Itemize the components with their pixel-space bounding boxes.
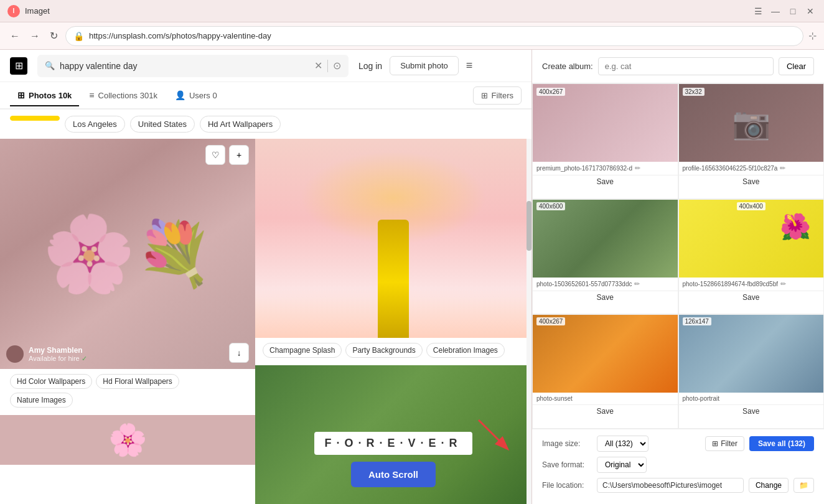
img-size-badge-6: 126x147 xyxy=(683,317,711,325)
titlebar-controls: ☰ — □ ✕ xyxy=(752,5,817,17)
tag-celebration-images[interactable]: Celebration Images xyxy=(426,343,505,358)
champagne-image xyxy=(255,139,531,338)
photo-actions: ♡ + xyxy=(205,145,249,165)
camera-icon[interactable]: ⊙ xyxy=(333,60,341,72)
submit-photo-button[interactable]: Submit photo xyxy=(390,56,459,75)
app-logo: I xyxy=(7,5,20,17)
img-size-badge-1: 400x267 xyxy=(536,88,565,96)
album-img-name-5: photo-sunset xyxy=(536,395,674,402)
tab-collections[interactable]: ≡ Collections 301k xyxy=(82,85,165,106)
filters-icon: ⊞ xyxy=(481,91,488,100)
tab-users-label: Users 0 xyxy=(189,91,217,100)
search-divider xyxy=(327,60,328,72)
auto-scroll-button[interactable]: Auto Scroll xyxy=(351,462,436,487)
author-avatar xyxy=(6,345,24,363)
heart-button[interactable]: ♡ xyxy=(205,145,225,165)
hamburger-menu-icon[interactable]: ≡ xyxy=(466,59,473,72)
img-size-badge-4: 400x400 xyxy=(737,202,765,210)
clear-search-icon[interactable]: ✕ xyxy=(314,60,322,72)
album-image-4: 400x400 🌺 photo-1528661894674-fbd89cd5bf… xyxy=(678,199,825,315)
auth-area: Log in Submit photo ≡ xyxy=(358,56,472,75)
tags-area: Los Angeles United States Hd Art Wallpap… xyxy=(0,110,531,139)
album-image-1: 400x267 premium_photo-1671730786932-d ✏ … xyxy=(532,83,678,199)
album-img-name-3: photo-1503652601-557d07733ddc ✏ xyxy=(536,280,674,288)
tab-users[interactable]: 👤 Users 0 xyxy=(167,85,225,106)
tab-collections-label: Collections 301k xyxy=(98,91,157,100)
author-info: Amy Shamblen Available for hire ✓ xyxy=(29,346,87,363)
flower-heart-image: 💐 xyxy=(0,139,255,369)
save-link-6[interactable]: Save xyxy=(679,404,824,418)
verified-icon: ✓ xyxy=(82,355,87,363)
tag-champagne-splash[interactable]: Champagne Splash xyxy=(263,343,342,358)
save-link-3[interactable]: Save xyxy=(533,291,678,304)
save-link-1[interactable]: Save xyxy=(533,175,678,188)
tag-party-backgrounds[interactable]: Party Backgrounds xyxy=(345,343,422,358)
minimize-button[interactable]: — xyxy=(769,5,782,17)
lock-icon: 🔒 xyxy=(73,31,84,41)
app-title: Imaget xyxy=(25,6,50,16)
save-link-5[interactable]: Save xyxy=(533,404,678,418)
scrollbar-thumb[interactable] xyxy=(527,201,531,251)
tag-hd-art-wallpapers[interactable]: Hd Art Wallpapers xyxy=(200,116,281,133)
tag-active[interactable] xyxy=(10,116,60,121)
url-bar[interactable]: 🔒 https://unsplash.com/s/photos/happy-va… xyxy=(65,26,803,46)
back-button[interactable]: ← xyxy=(7,28,22,44)
album-img-name-2: profile-1656336046225-5f10c827a ✏ xyxy=(683,164,820,172)
refresh-button[interactable]: ↻ xyxy=(47,27,60,44)
filters-label: Filters xyxy=(492,91,513,100)
menu-icon[interactable]: ☰ xyxy=(752,5,764,17)
edit-icon-3[interactable]: ✏ xyxy=(634,280,640,288)
tag-hd-color-wallpapers[interactable]: Hd Color Wallpapers xyxy=(10,374,92,389)
edit-icon-2[interactable]: ✏ xyxy=(780,164,785,172)
edit-icon-4[interactable]: ✏ xyxy=(780,280,786,288)
file-location-row: File location: C:\Users\mobeesoft\Pictur… xyxy=(542,478,814,493)
save-all-button[interactable]: Save all (132) xyxy=(749,436,814,451)
close-button[interactable]: ✕ xyxy=(804,5,817,17)
album-img-info-3: photo-1503652601-557d07733ddc ✏ xyxy=(533,278,678,291)
save-link-4[interactable]: Save xyxy=(679,291,824,304)
folder-icon-button[interactable]: 📁 xyxy=(794,478,814,493)
maximize-button[interactable]: □ xyxy=(787,5,799,17)
save-format-select[interactable]: Original JPEG PNG WEBP xyxy=(597,457,647,473)
album-name-input[interactable] xyxy=(598,57,774,75)
tabs-area: ⊞ Photos 10k ≡ Collections 301k 👤 Users … xyxy=(0,82,531,110)
create-album-label: Create album: xyxy=(542,62,593,71)
album-img-name-1: premium_photo-1671730786932-d ✏ xyxy=(536,164,674,172)
colorful-flowers-image: 400x400 🌺 xyxy=(679,200,824,278)
clear-button[interactable]: Clear xyxy=(779,57,814,75)
tab-photos-label: Photos 10k xyxy=(29,91,72,100)
change-button[interactable]: Change xyxy=(749,478,789,493)
add-button[interactable]: + xyxy=(229,145,249,165)
tag-hd-floral-wallpapers[interactable]: Hd Floral Wallpapers xyxy=(96,374,179,389)
photo-author: Amy Shamblen Available for hire ✓ xyxy=(6,345,87,363)
photos-area: 💐 ♡ + Amy Shamblen Available for hire ✓ xyxy=(0,139,531,504)
main-layout: ⊞ 🔍 ✕ ⊙ Log in Submit photo ≡ ⊞ Photos 1… xyxy=(0,50,824,504)
album-img-info-5: photo-sunset xyxy=(533,393,678,404)
filters-button[interactable]: ⊞ Filters xyxy=(473,86,522,105)
edit-icon-1[interactable]: ✏ xyxy=(635,164,640,172)
image-size-select[interactable]: All (132) Small Medium Large xyxy=(597,436,648,452)
download-button[interactable]: ↓ xyxy=(229,343,249,363)
album-img-info-2: profile-1656336046225-5f10c827a ✏ xyxy=(679,162,824,175)
titlebar: I Imaget ☰ — □ ✕ xyxy=(0,0,824,22)
file-location-path: C:\Users\mobeesoft\Pictures\imoget xyxy=(597,478,744,493)
image-size-label: Image size: xyxy=(542,439,592,448)
tag-los-angeles[interactable]: Los Angeles xyxy=(65,116,125,133)
login-button[interactable]: Log in xyxy=(358,61,382,71)
search-area: ⊞ 🔍 ✕ ⊙ Log in Submit photo ≡ xyxy=(0,50,531,82)
forever-text: F·O·R·E·V·E·R xyxy=(314,432,472,455)
tag-nature-images[interactable]: Nature Images xyxy=(10,393,73,408)
save-link-2[interactable]: Save xyxy=(679,175,824,188)
search-box[interactable]: 🔍 ✕ ⊙ xyxy=(37,55,349,77)
img-size-badge-5: 400x267 xyxy=(536,317,565,325)
album-img-name-4: photo-1528661894674-fbd89cd5bf ✏ xyxy=(683,280,820,288)
bookmark-icon[interactable]: ⊹ xyxy=(808,30,817,42)
author-name: Amy Shamblen xyxy=(29,346,87,355)
tag-united-states[interactable]: United States xyxy=(130,116,195,133)
album-image-6: 126x147 photo-portrait Save xyxy=(678,314,825,429)
forward-button[interactable]: → xyxy=(27,28,42,44)
filter-button[interactable]: ⊞ Filter xyxy=(705,436,744,451)
arrow-indicator xyxy=(475,417,513,456)
tab-photos[interactable]: ⊞ Photos 10k xyxy=(10,85,79,106)
search-input[interactable] xyxy=(60,61,309,71)
